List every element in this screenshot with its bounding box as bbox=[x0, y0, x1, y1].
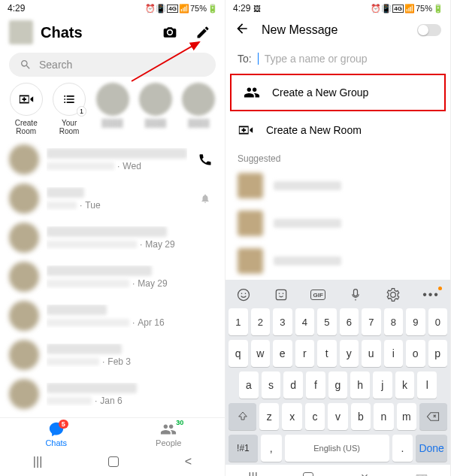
home-button[interactable] bbox=[108, 456, 119, 467]
key-g[interactable]: g bbox=[328, 371, 348, 399]
more-button[interactable]: ••• bbox=[422, 288, 440, 302]
comma-key[interactable]: , bbox=[261, 435, 282, 462]
key-s[interactable]: s bbox=[262, 371, 281, 399]
key-1[interactable]: 1 bbox=[229, 308, 248, 335]
key-z[interactable]: z bbox=[259, 403, 279, 430]
key-6[interactable]: 6 bbox=[340, 308, 359, 335]
gif-button[interactable]: GIF bbox=[310, 290, 325, 300]
key-0[interactable]: 0 bbox=[428, 308, 448, 335]
space-key[interactable]: English (US) bbox=[285, 435, 389, 462]
key-i[interactable]: i bbox=[384, 340, 404, 367]
key-a[interactable]: a bbox=[239, 371, 259, 399]
to-field[interactable]: To: Type a name or group bbox=[226, 45, 450, 72]
chat-row[interactable]: ·Jan 6 bbox=[0, 374, 225, 414]
suggested-header: Suggested bbox=[226, 147, 450, 167]
done-key[interactable]: Done bbox=[416, 435, 447, 462]
key-t[interactable]: t bbox=[317, 340, 337, 367]
key-e[interactable]: e bbox=[273, 340, 292, 367]
key-c[interactable]: c bbox=[305, 403, 325, 430]
camera-button[interactable] bbox=[157, 20, 183, 45]
tab-people[interactable]: 30 People bbox=[113, 421, 226, 447]
profile-avatar[interactable] bbox=[9, 20, 33, 44]
key-n[interactable]: n bbox=[374, 403, 393, 430]
suggested-contact[interactable] bbox=[226, 242, 450, 280]
compose-button[interactable] bbox=[190, 20, 216, 45]
key-f[interactable]: f bbox=[306, 371, 325, 399]
svg-point-1 bbox=[238, 290, 250, 301]
tab-chats[interactable]: 5 Chats bbox=[0, 421, 113, 447]
status-bar: 4:29 ⏰ 📳 4G 📶 75% 🔋 bbox=[0, 0, 225, 15]
chat-date: Wed bbox=[123, 161, 141, 171]
chat-row[interactable]: ·May 29 bbox=[0, 257, 225, 296]
chat-row[interactable]: ·Wed bbox=[0, 140, 225, 179]
your-room-badge: 1 bbox=[77, 106, 86, 117]
chat-row[interactable]: ·Apr 16 bbox=[0, 296, 225, 335]
key-7[interactable]: 7 bbox=[362, 308, 381, 335]
status-icons: ⏰ 📳 4G 📶 75% 🔋 bbox=[146, 4, 217, 13]
search-input[interactable]: Search bbox=[9, 53, 216, 77]
create-room-button[interactable]: Create Room bbox=[8, 83, 44, 135]
chat-avatar bbox=[9, 223, 39, 253]
key-2[interactable]: 2 bbox=[251, 308, 271, 335]
stories-row[interactable]: Create Room 1 Your Room ████ ████ ████ bbox=[0, 83, 225, 140]
key-5[interactable]: 5 bbox=[317, 308, 337, 335]
list-icon bbox=[62, 92, 77, 107]
chat-row[interactable]: ·May 29 bbox=[0, 218, 225, 257]
key-h[interactable]: h bbox=[350, 371, 370, 399]
vibrate-icon: 📳 bbox=[382, 4, 391, 13]
key-u[interactable]: u bbox=[362, 340, 381, 367]
your-room-button[interactable]: 1 Your Room bbox=[50, 83, 87, 135]
period-key[interactable]: . bbox=[392, 435, 413, 462]
back-button[interactable] bbox=[235, 21, 250, 39]
back-button[interactable]: < bbox=[185, 455, 192, 468]
key-v[interactable]: v bbox=[328, 403, 347, 430]
key-d[interactable]: d bbox=[283, 371, 303, 399]
suggested-contact[interactable] bbox=[226, 205, 450, 242]
key-k[interactable]: k bbox=[395, 371, 415, 399]
backspace-key[interactable] bbox=[419, 403, 447, 430]
sticker-icon[interactable] bbox=[274, 287, 289, 302]
chat-list[interactable]: ·Wed ·Tue ·May 29 ·May 29 ·Apr 16 ·Feb 3… bbox=[0, 140, 225, 417]
key-o[interactable]: o bbox=[406, 340, 425, 367]
shift-key[interactable] bbox=[229, 403, 256, 430]
arrow-left-icon bbox=[235, 21, 250, 36]
key-j[interactable]: j bbox=[373, 371, 392, 399]
key-l[interactable]: l bbox=[417, 371, 437, 399]
chat-date: Tue bbox=[85, 200, 100, 211]
key-8[interactable]: 8 bbox=[384, 308, 404, 335]
symbols-key[interactable]: !#1 bbox=[229, 435, 258, 462]
key-4[interactable]: 4 bbox=[295, 308, 315, 335]
key-y[interactable]: y bbox=[340, 340, 359, 367]
key-w[interactable]: w bbox=[251, 340, 271, 367]
chat-row[interactable]: ·Feb 3 bbox=[0, 335, 225, 374]
story-item[interactable]: ████ bbox=[137, 83, 174, 135]
tab-people-label: People bbox=[156, 438, 181, 447]
call-button[interactable] bbox=[195, 152, 216, 167]
recents-button[interactable]: ||| bbox=[248, 471, 257, 476]
chat-row[interactable]: ·Tue bbox=[0, 179, 225, 218]
muted-icon bbox=[195, 193, 216, 204]
key-p[interactable]: p bbox=[428, 340, 448, 367]
secret-toggle[interactable] bbox=[417, 24, 441, 36]
key-r[interactable]: r bbox=[295, 340, 315, 367]
story-item[interactable]: ████ bbox=[94, 83, 131, 135]
recents-button[interactable]: ||| bbox=[33, 455, 42, 468]
new-message-screen: 4:29 🖼 ⏰ 📳 4G 📶 75% 🔋 New Message To: Ty… bbox=[226, 0, 451, 476]
key-m[interactable]: m bbox=[397, 403, 416, 430]
mic-icon[interactable] bbox=[348, 287, 363, 302]
story-item[interactable]: ████ bbox=[180, 83, 217, 135]
key-x[interactable]: x bbox=[282, 403, 301, 430]
key-9[interactable]: 9 bbox=[406, 308, 425, 335]
settings-icon[interactable] bbox=[386, 287, 401, 302]
key-3[interactable]: 3 bbox=[273, 308, 292, 335]
chat-avatar bbox=[9, 183, 39, 214]
create-room-button[interactable]: Create a New Room bbox=[226, 113, 450, 147]
home-button[interactable] bbox=[303, 472, 313, 476]
back-button[interactable] bbox=[359, 471, 370, 476]
suggested-contact[interactable] bbox=[226, 167, 450, 205]
emoji-icon[interactable] bbox=[236, 287, 251, 302]
key-b[interactable]: b bbox=[351, 403, 371, 430]
create-group-button[interactable]: Create a New Group bbox=[230, 74, 446, 111]
keyboard-collapse-button[interactable]: ⌨ bbox=[416, 473, 428, 477]
key-q[interactable]: q bbox=[229, 340, 248, 367]
